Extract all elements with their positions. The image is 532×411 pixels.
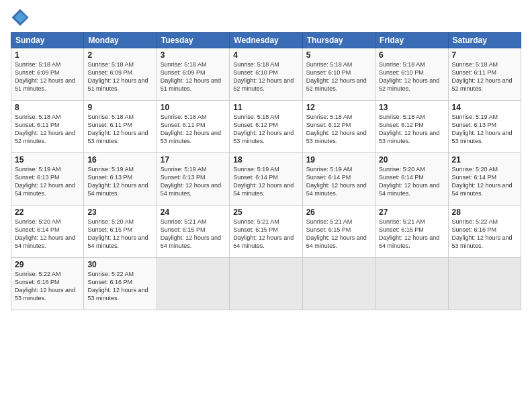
- day-number: 12: [306, 103, 371, 112]
- day-header-sunday: Sunday: [11, 33, 84, 48]
- day-cell: 26 Sunrise: 5:21 AM Sunset: 6:15 PM Dayl…: [302, 205, 375, 258]
- day-cell: 12 Sunrise: 5:18 AM Sunset: 6:12 PM Dayl…: [302, 101, 375, 153]
- day-number: 14: [452, 103, 517, 112]
- day-cell: 18 Sunrise: 5:19 AM Sunset: 6:14 PM Dayl…: [230, 153, 302, 205]
- day-number: 3: [161, 50, 226, 60]
- day-detail: Sunrise: 5:18 AM Sunset: 6:12 PM Dayligh…: [379, 113, 444, 146]
- day-detail: Sunrise: 5:19 AM Sunset: 6:13 PM Dayligh…: [161, 165, 226, 198]
- day-header-wednesday: Wednesday: [230, 33, 302, 48]
- week-row-3: 15 Sunrise: 5:19 AM Sunset: 6:13 PM Dayl…: [11, 153, 521, 205]
- day-cell: 21 Sunrise: 5:20 AM Sunset: 6:14 PM Dayl…: [448, 153, 521, 205]
- day-number: 5: [306, 50, 371, 60]
- day-detail: Sunrise: 5:18 AM Sunset: 6:11 PM Dayligh…: [161, 113, 226, 146]
- day-cell: 24 Sunrise: 5:21 AM Sunset: 6:15 PM Dayl…: [157, 205, 229, 258]
- day-detail: Sunrise: 5:18 AM Sunset: 6:11 PM Dayligh…: [87, 113, 152, 146]
- day-number: 15: [15, 155, 80, 165]
- day-number: 22: [15, 208, 80, 217]
- day-detail: Sunrise: 5:18 AM Sunset: 6:10 PM Dayligh…: [306, 60, 371, 93]
- day-detail: Sunrise: 5:22 AM Sunset: 6:16 PM Dayligh…: [87, 270, 152, 303]
- day-cell: [375, 258, 448, 310]
- day-detail: Sunrise: 5:22 AM Sunset: 6:16 PM Dayligh…: [452, 218, 517, 250]
- day-cell: 6 Sunrise: 5:18 AM Sunset: 6:10 PM Dayli…: [375, 48, 448, 101]
- day-cell: 10 Sunrise: 5:18 AM Sunset: 6:11 PM Dayl…: [157, 101, 229, 153]
- day-number: 26: [306, 208, 371, 217]
- day-cell: 19 Sunrise: 5:19 AM Sunset: 6:14 PM Dayl…: [302, 153, 375, 205]
- day-number: 19: [306, 155, 371, 165]
- day-number: 8: [15, 103, 80, 112]
- day-cell: 1 Sunrise: 5:18 AM Sunset: 6:09 PM Dayli…: [11, 48, 84, 101]
- day-number: 10: [161, 103, 226, 112]
- week-row-1: 1 Sunrise: 5:18 AM Sunset: 6:09 PM Dayli…: [11, 48, 521, 101]
- day-cell: 2 Sunrise: 5:18 AM Sunset: 6:09 PM Dayli…: [84, 48, 157, 101]
- day-detail: Sunrise: 5:18 AM Sunset: 6:12 PM Dayligh…: [233, 113, 298, 146]
- calendar: SundayMondayTuesdayWednesdayThursdayFrid…: [11, 32, 521, 310]
- logo: [11, 8, 31, 27]
- day-cell: 17 Sunrise: 5:19 AM Sunset: 6:13 PM Dayl…: [157, 153, 229, 205]
- day-cell: 14 Sunrise: 5:19 AM Sunset: 6:13 PM Dayl…: [448, 101, 521, 153]
- day-detail: Sunrise: 5:20 AM Sunset: 6:14 PM Dayligh…: [452, 165, 517, 198]
- day-cell: 4 Sunrise: 5:18 AM Sunset: 6:10 PM Dayli…: [230, 48, 302, 101]
- day-detail: Sunrise: 5:18 AM Sunset: 6:10 PM Dayligh…: [379, 60, 444, 93]
- day-number: 6: [379, 50, 444, 60]
- day-cell: 30 Sunrise: 5:22 AM Sunset: 6:16 PM Dayl…: [84, 258, 157, 310]
- day-number: 4: [233, 50, 298, 60]
- day-detail: Sunrise: 5:22 AM Sunset: 6:16 PM Dayligh…: [15, 270, 80, 303]
- day-cell: 11 Sunrise: 5:18 AM Sunset: 6:12 PM Dayl…: [230, 101, 302, 153]
- page: SundayMondayTuesdayWednesdayThursdayFrid…: [0, 0, 532, 411]
- day-number: 16: [87, 155, 152, 165]
- day-detail: Sunrise: 5:20 AM Sunset: 6:15 PM Dayligh…: [87, 218, 152, 250]
- day-detail: Sunrise: 5:19 AM Sunset: 6:14 PM Dayligh…: [233, 165, 298, 198]
- header: [11, 8, 521, 27]
- day-cell: 25 Sunrise: 5:21 AM Sunset: 6:15 PM Dayl…: [230, 205, 302, 258]
- day-cell: 20 Sunrise: 5:20 AM Sunset: 6:14 PM Dayl…: [375, 153, 448, 205]
- day-number: 28: [452, 208, 517, 217]
- week-row-4: 22 Sunrise: 5:20 AM Sunset: 6:14 PM Dayl…: [11, 205, 521, 258]
- day-detail: Sunrise: 5:18 AM Sunset: 6:09 PM Dayligh…: [161, 60, 226, 93]
- day-detail: Sunrise: 5:18 AM Sunset: 6:11 PM Dayligh…: [452, 60, 517, 93]
- day-detail: Sunrise: 5:18 AM Sunset: 6:10 PM Dayligh…: [233, 60, 298, 93]
- day-number: 13: [379, 103, 444, 112]
- day-header-monday: Monday: [84, 33, 157, 48]
- day-cell: 28 Sunrise: 5:22 AM Sunset: 6:16 PM Dayl…: [448, 205, 521, 258]
- day-number: 1: [15, 50, 80, 60]
- day-cell: 8 Sunrise: 5:18 AM Sunset: 6:11 PM Dayli…: [11, 101, 84, 153]
- day-number: 9: [87, 103, 152, 112]
- week-row-5: 29 Sunrise: 5:22 AM Sunset: 6:16 PM Dayl…: [11, 258, 521, 310]
- day-detail: Sunrise: 5:20 AM Sunset: 6:14 PM Dayligh…: [15, 218, 80, 250]
- logo-icon: [11, 8, 30, 27]
- day-number: 23: [87, 208, 152, 217]
- calendar-header-row: SundayMondayTuesdayWednesdayThursdayFrid…: [11, 33, 521, 48]
- day-number: 29: [15, 260, 80, 269]
- day-number: 2: [87, 50, 152, 60]
- day-cell: 22 Sunrise: 5:20 AM Sunset: 6:14 PM Dayl…: [11, 205, 84, 258]
- day-header-saturday: Saturday: [448, 33, 521, 48]
- day-cell: [230, 258, 302, 310]
- day-detail: Sunrise: 5:21 AM Sunset: 6:15 PM Dayligh…: [379, 218, 444, 250]
- day-cell: [302, 258, 375, 310]
- day-cell: 9 Sunrise: 5:18 AM Sunset: 6:11 PM Dayli…: [84, 101, 157, 153]
- day-detail: Sunrise: 5:21 AM Sunset: 6:15 PM Dayligh…: [306, 218, 371, 250]
- day-cell: 5 Sunrise: 5:18 AM Sunset: 6:10 PM Dayli…: [302, 48, 375, 101]
- day-number: 20: [379, 155, 444, 165]
- day-detail: Sunrise: 5:19 AM Sunset: 6:14 PM Dayligh…: [306, 165, 371, 198]
- day-header-friday: Friday: [375, 33, 448, 48]
- day-number: 11: [233, 103, 298, 112]
- day-cell: [448, 258, 521, 310]
- day-number: 27: [379, 208, 444, 217]
- day-detail: Sunrise: 5:20 AM Sunset: 6:14 PM Dayligh…: [379, 165, 444, 198]
- day-detail: Sunrise: 5:18 AM Sunset: 6:12 PM Dayligh…: [306, 113, 371, 146]
- day-detail: Sunrise: 5:18 AM Sunset: 6:09 PM Dayligh…: [15, 60, 80, 93]
- day-number: 21: [452, 155, 517, 165]
- day-detail: Sunrise: 5:19 AM Sunset: 6:13 PM Dayligh…: [452, 113, 517, 146]
- day-cell: [157, 258, 229, 310]
- day-detail: Sunrise: 5:18 AM Sunset: 6:09 PM Dayligh…: [87, 60, 152, 93]
- day-cell: 29 Sunrise: 5:22 AM Sunset: 6:16 PM Dayl…: [11, 258, 84, 310]
- day-detail: Sunrise: 5:21 AM Sunset: 6:15 PM Dayligh…: [161, 218, 226, 250]
- day-number: 24: [161, 208, 226, 217]
- day-number: 18: [233, 155, 298, 165]
- day-cell: 13 Sunrise: 5:18 AM Sunset: 6:12 PM Dayl…: [375, 101, 448, 153]
- day-header-thursday: Thursday: [302, 33, 375, 48]
- week-row-2: 8 Sunrise: 5:18 AM Sunset: 6:11 PM Dayli…: [11, 101, 521, 153]
- day-detail: Sunrise: 5:19 AM Sunset: 6:13 PM Dayligh…: [15, 165, 80, 198]
- day-number: 7: [452, 50, 517, 60]
